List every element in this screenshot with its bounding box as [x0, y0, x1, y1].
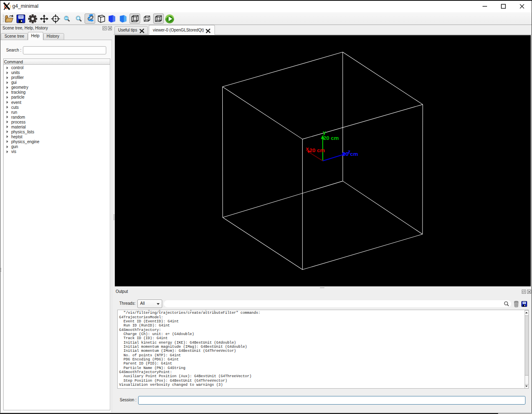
svg-text:20 cm: 20 cm — [309, 147, 325, 153]
svg-text:20 cm: 20 cm — [323, 135, 339, 141]
svg-text:20 cm: 20 cm — [342, 151, 358, 157]
svg-text:y: y — [323, 129, 326, 135]
svg-text:x: x — [306, 146, 309, 152]
